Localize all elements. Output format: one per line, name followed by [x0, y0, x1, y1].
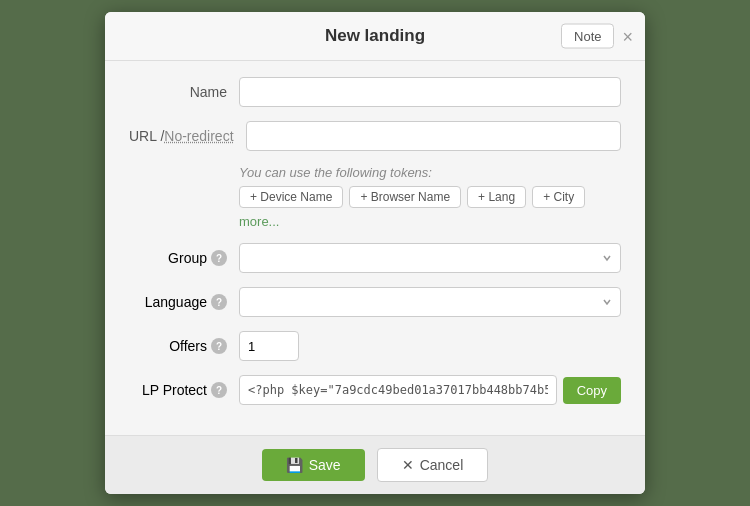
save-button[interactable]: 💾 Save — [262, 449, 365, 481]
language-help-icon: ? — [211, 294, 227, 310]
group-row: Group ? — [129, 243, 621, 273]
name-label: Name — [129, 84, 239, 100]
modal-header: New landing Note × — [105, 12, 645, 61]
offers-input[interactable]: 1 — [239, 331, 299, 361]
no-redirect-label[interactable]: No-redirect — [164, 128, 233, 144]
tokens-more-link[interactable]: more... — [239, 214, 279, 229]
url-label: URL / — [129, 128, 164, 144]
group-help-icon: ? — [211, 250, 227, 266]
close-button[interactable]: × — [622, 27, 633, 45]
url-row: URL / No-redirect — [129, 121, 621, 151]
cancel-button[interactable]: ✕ Cancel — [377, 448, 489, 482]
tokens-section: You can use the following tokens: + Devi… — [239, 165, 621, 229]
lp-protect-label: LP Protect — [142, 382, 207, 398]
copy-button[interactable]: Copy — [563, 377, 621, 404]
url-label-container: URL / No-redirect — [129, 128, 246, 144]
cancel-label: Cancel — [420, 457, 464, 473]
modal-footer: 💾 Save ✕ Cancel — [105, 435, 645, 494]
language-row: Language ? — [129, 287, 621, 317]
group-select[interactable] — [239, 243, 621, 273]
tokens-hint: You can use the following tokens: — [239, 165, 621, 180]
new-landing-modal: New landing Note × Name URL / No-redirec… — [105, 12, 645, 494]
lp-protect-help-icon: ? — [211, 382, 227, 398]
header-actions: Note × — [561, 24, 633, 49]
token-browser-name[interactable]: + Browser Name — [349, 186, 461, 208]
name-row: Name — [129, 77, 621, 107]
offers-label: Offers — [169, 338, 207, 354]
note-button[interactable]: Note — [561, 24, 614, 49]
url-input[interactable] — [246, 121, 621, 151]
group-label-container: Group ? — [129, 250, 239, 266]
lp-protect-label-container: LP Protect ? — [129, 382, 239, 398]
modal-body: Name URL / No-redirect You can use the f… — [105, 61, 645, 435]
save-label: Save — [309, 457, 341, 473]
name-input[interactable] — [239, 77, 621, 107]
token-city[interactable]: + City — [532, 186, 585, 208]
tokens-list: + Device Name + Browser Name + Lang + Ci… — [239, 186, 621, 229]
lp-protect-row: LP Protect ? <?php $key="7a9cdc49bed01a3… — [129, 375, 621, 405]
token-lang[interactable]: + Lang — [467, 186, 526, 208]
offers-help-icon: ? — [211, 338, 227, 354]
offers-row: Offers ? 1 — [129, 331, 621, 361]
cancel-icon: ✕ — [402, 457, 414, 473]
token-device-name[interactable]: + Device Name — [239, 186, 343, 208]
group-label: Group — [168, 250, 207, 266]
language-label: Language — [145, 294, 207, 310]
modal-title: New landing — [325, 26, 425, 46]
language-label-container: Language ? — [129, 294, 239, 310]
language-select[interactable] — [239, 287, 621, 317]
save-icon: 💾 — [286, 457, 303, 473]
offers-label-container: Offers ? — [129, 338, 239, 354]
lp-protect-input[interactable]: <?php $key="7a9cdc49bed01a37017bb448bb74… — [239, 375, 557, 405]
